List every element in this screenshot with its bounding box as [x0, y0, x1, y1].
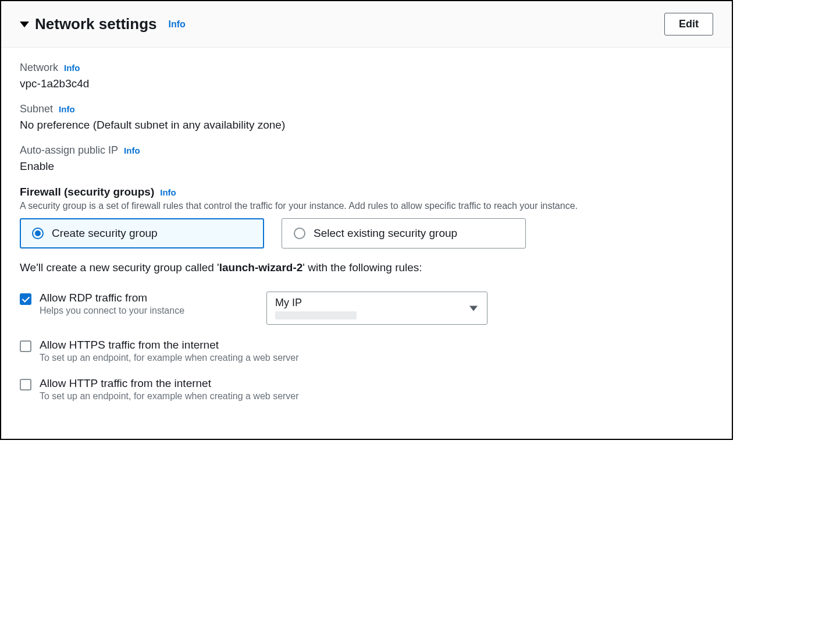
https-label: Allow HTTPS traffic from the internet: [40, 339, 713, 351]
http-description: To set up an endpoint, for example when …: [40, 391, 713, 402]
auto-assign-field: Auto-assign public IP Info Enable: [20, 144, 713, 173]
rule-https-row: Allow HTTPS traffic from the internet To…: [20, 339, 713, 363]
network-label: Network: [20, 62, 58, 74]
auto-assign-label: Auto-assign public IP: [20, 144, 118, 157]
panel-body: Network Info vpc-1a2b3c4d Subnet Info No…: [1, 48, 732, 439]
panel-title: Network settings: [35, 15, 157, 33]
header-info-link[interactable]: Info: [169, 19, 186, 30]
subnet-label: Subnet: [20, 103, 53, 115]
rdp-description: Helps you connect to your instance: [40, 306, 258, 316]
http-label: Allow HTTP traffic from the internet: [40, 377, 713, 390]
radio-icon: [32, 228, 44, 239]
radio-select-existing-security-group[interactable]: Select existing security group: [282, 218, 526, 248]
firewall-description: A security group is a set of firewall ru…: [20, 201, 713, 211]
network-field: Network Info vpc-1a2b3c4d: [20, 62, 713, 90]
create-sg-prefix: We'll create a new security group called…: [20, 261, 219, 274]
subnet-info-link[interactable]: Info: [59, 104, 75, 114]
subnet-field: Subnet Info No preference (Default subne…: [20, 103, 713, 132]
auto-assign-value: Enable: [20, 160, 713, 173]
rule-rdp-row: Allow RDP traffic from Helps you connect…: [20, 292, 713, 325]
radio-existing-label: Select existing security group: [314, 227, 457, 240]
header-left: Network settings Info: [20, 15, 186, 33]
rdp-source-select[interactable]: My IP: [266, 292, 487, 325]
rdp-label: Allow RDP traffic from: [40, 292, 258, 304]
radio-create-security-group[interactable]: Create security group: [20, 218, 264, 248]
network-settings-panel: Network settings Info Edit Network Info …: [0, 0, 733, 440]
radio-icon: [294, 228, 305, 239]
https-description: To set up an endpoint, for example when …: [40, 353, 713, 363]
checkbox-allow-rdp[interactable]: [20, 293, 31, 305]
checkbox-allow-http[interactable]: [20, 379, 31, 390]
firewall-label: Firewall (security groups): [20, 186, 154, 198]
firewall-info-link[interactable]: Info: [160, 187, 176, 197]
collapse-caret-icon[interactable]: [20, 22, 29, 27]
checkbox-allow-https[interactable]: [20, 340, 31, 352]
create-sg-text: We'll create a new security group called…: [20, 261, 713, 274]
rdp-select-ip-redacted: [275, 311, 357, 319]
auto-assign-info-link[interactable]: Info: [124, 145, 140, 155]
radio-create-label: Create security group: [52, 227, 158, 240]
edit-button[interactable]: Edit: [664, 13, 713, 35]
network-value: vpc-1a2b3c4d: [20, 77, 713, 90]
panel-header: Network settings Info Edit: [1, 1, 732, 48]
create-sg-suffix: ' with the following rules:: [302, 261, 422, 274]
rdp-select-value: My IP: [275, 297, 479, 309]
chevron-down-icon: [469, 306, 478, 311]
firewall-section: Firewall (security groups) Info A securi…: [20, 186, 713, 402]
subnet-value: No preference (Default subnet in any ava…: [20, 119, 713, 132]
network-info-link[interactable]: Info: [64, 63, 80, 73]
create-sg-name: launch-wizard-2: [219, 261, 303, 274]
rule-http-row: Allow HTTP traffic from the internet To …: [20, 377, 713, 402]
firewall-radio-group: Create security group Select existing se…: [20, 218, 713, 248]
